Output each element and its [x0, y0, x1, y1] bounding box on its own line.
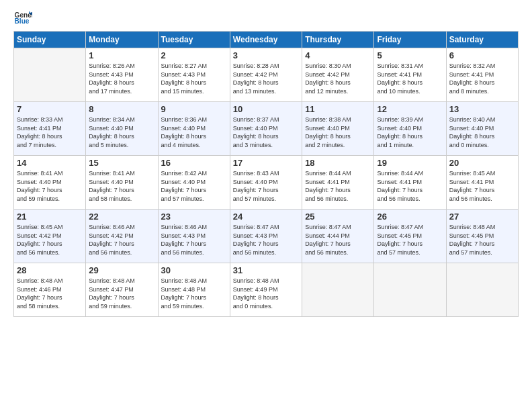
- day-info: Sunrise: 8:47 AMSunset: 4:44 PMDaylight:…: [305, 223, 371, 257]
- calendar-cell: 14Sunrise: 8:41 AMSunset: 4:40 PMDayligh…: [14, 156, 86, 210]
- svg-text:Blue: Blue: [15, 17, 30, 25]
- week-row-5: 28Sunrise: 8:48 AMSunset: 4:46 PMDayligh…: [14, 263, 519, 317]
- calendar-cell: 19Sunrise: 8:44 AMSunset: 4:41 PMDayligh…: [374, 156, 446, 210]
- day-info: Sunrise: 8:39 AMSunset: 4:40 PMDaylight:…: [377, 116, 443, 149]
- calendar-table: SundayMondayTuesdayWednesdayThursdayFrid…: [13, 31, 519, 317]
- day-number: 20: [449, 158, 515, 168]
- calendar-cell: 26Sunrise: 8:47 AMSunset: 4:45 PMDayligh…: [374, 210, 446, 263]
- day-number: 10: [233, 104, 299, 114]
- calendar-cell: 31Sunrise: 8:48 AMSunset: 4:49 PMDayligh…: [230, 263, 302, 317]
- day-of-week-monday: Monday: [86, 32, 158, 48]
- day-number: 16: [161, 158, 227, 168]
- calendar-cell: 13Sunrise: 8:40 AMSunset: 4:40 PMDayligh…: [446, 102, 518, 156]
- day-number: 4: [305, 50, 371, 60]
- day-of-week-tuesday: Tuesday: [158, 32, 230, 48]
- calendar-cell: 10Sunrise: 8:37 AMSunset: 4:40 PMDayligh…: [230, 102, 302, 156]
- day-info: Sunrise: 8:32 AMSunset: 4:41 PMDaylight:…: [449, 62, 515, 95]
- calendar-cell: [14, 48, 86, 102]
- day-info: Sunrise: 8:27 AMSunset: 4:43 PMDaylight:…: [161, 62, 227, 95]
- day-info: Sunrise: 8:31 AMSunset: 4:41 PMDaylight:…: [377, 62, 443, 95]
- day-info: Sunrise: 8:26 AMSunset: 4:43 PMDaylight:…: [89, 62, 154, 95]
- page-header: General Blue: [13, 7, 519, 26]
- day-number: 5: [377, 50, 443, 60]
- day-info: Sunrise: 8:47 AMSunset: 4:43 PMDaylight:…: [233, 223, 299, 257]
- day-info: Sunrise: 8:48 AMSunset: 4:46 PMDaylight:…: [17, 277, 83, 310]
- day-info: Sunrise: 8:41 AMSunset: 4:40 PMDaylight:…: [89, 169, 154, 203]
- calendar-cell: [302, 263, 374, 317]
- day-info: Sunrise: 8:44 AMSunset: 4:41 PMDaylight:…: [305, 169, 371, 203]
- calendar-cell: 25Sunrise: 8:47 AMSunset: 4:44 PMDayligh…: [302, 210, 374, 263]
- calendar-cell: 4Sunrise: 8:30 AMSunset: 4:42 PMDaylight…: [302, 48, 374, 102]
- day-number: 3: [233, 50, 299, 60]
- logo-icon: General Blue: [13, 7, 32, 26]
- day-info: Sunrise: 8:38 AMSunset: 4:40 PMDaylight:…: [305, 116, 371, 149]
- day-info: Sunrise: 8:48 AMSunset: 4:49 PMDaylight:…: [233, 277, 299, 310]
- day-number: 18: [305, 158, 371, 168]
- calendar-cell: 8Sunrise: 8:34 AMSunset: 4:40 PMDaylight…: [86, 102, 158, 156]
- day-number: 7: [17, 104, 83, 114]
- calendar-cell: 1Sunrise: 8:26 AMSunset: 4:43 PMDaylight…: [86, 48, 158, 102]
- calendar-cell: 3Sunrise: 8:28 AMSunset: 4:42 PMDaylight…: [230, 48, 302, 102]
- calendar-cell: 29Sunrise: 8:48 AMSunset: 4:47 PMDayligh…: [86, 263, 158, 317]
- day-info: Sunrise: 8:45 AMSunset: 4:42 PMDaylight:…: [17, 223, 83, 257]
- day-number: 31: [233, 265, 299, 275]
- day-number: 22: [89, 212, 154, 222]
- day-info: Sunrise: 8:43 AMSunset: 4:40 PMDaylight:…: [233, 169, 299, 203]
- day-info: Sunrise: 8:28 AMSunset: 4:42 PMDaylight:…: [233, 62, 299, 95]
- day-number: 30: [161, 265, 227, 275]
- calendar-header-row: SundayMondayTuesdayWednesdayThursdayFrid…: [14, 32, 519, 48]
- day-number: 21: [17, 212, 83, 222]
- day-info: Sunrise: 8:48 AMSunset: 4:45 PMDaylight:…: [449, 223, 515, 257]
- day-info: Sunrise: 8:47 AMSunset: 4:45 PMDaylight:…: [377, 223, 443, 257]
- calendar-cell: 23Sunrise: 8:46 AMSunset: 4:43 PMDayligh…: [158, 210, 230, 263]
- day-number: 23: [161, 212, 227, 222]
- calendar-cell: 11Sunrise: 8:38 AMSunset: 4:40 PMDayligh…: [302, 102, 374, 156]
- calendar-cell: 9Sunrise: 8:36 AMSunset: 4:40 PMDaylight…: [158, 102, 230, 156]
- day-number: 15: [89, 158, 154, 168]
- calendar-cell: 28Sunrise: 8:48 AMSunset: 4:46 PMDayligh…: [14, 263, 86, 317]
- day-info: Sunrise: 8:46 AMSunset: 4:43 PMDaylight:…: [161, 223, 227, 257]
- day-info: Sunrise: 8:42 AMSunset: 4:40 PMDaylight:…: [161, 169, 227, 203]
- day-info: Sunrise: 8:34 AMSunset: 4:40 PMDaylight:…: [89, 116, 154, 149]
- day-number: 1: [89, 50, 154, 60]
- calendar-cell: 7Sunrise: 8:33 AMSunset: 4:41 PMDaylight…: [14, 102, 86, 156]
- week-row-2: 7Sunrise: 8:33 AMSunset: 4:41 PMDaylight…: [14, 102, 519, 156]
- day-info: Sunrise: 8:33 AMSunset: 4:41 PMDaylight:…: [17, 116, 83, 149]
- calendar-cell: 15Sunrise: 8:41 AMSunset: 4:40 PMDayligh…: [86, 156, 158, 210]
- calendar-cell: [446, 263, 518, 317]
- calendar-cell: 30Sunrise: 8:48 AMSunset: 4:48 PMDayligh…: [158, 263, 230, 317]
- week-row-1: 1Sunrise: 8:26 AMSunset: 4:43 PMDaylight…: [14, 48, 519, 102]
- day-number: 29: [89, 265, 154, 275]
- day-of-week-thursday: Thursday: [302, 32, 374, 48]
- calendar-cell: 21Sunrise: 8:45 AMSunset: 4:42 PMDayligh…: [14, 210, 86, 263]
- calendar-cell: 22Sunrise: 8:46 AMSunset: 4:42 PMDayligh…: [86, 210, 158, 263]
- calendar-cell: 27Sunrise: 8:48 AMSunset: 4:45 PMDayligh…: [446, 210, 518, 263]
- calendar-cell: 6Sunrise: 8:32 AMSunset: 4:41 PMDaylight…: [446, 48, 518, 102]
- day-of-week-saturday: Saturday: [446, 32, 518, 48]
- day-number: 26: [377, 212, 443, 222]
- calendar-cell: 20Sunrise: 8:45 AMSunset: 4:41 PMDayligh…: [446, 156, 518, 210]
- day-of-week-sunday: Sunday: [14, 32, 86, 48]
- day-number: 27: [449, 212, 515, 222]
- day-number: 25: [305, 212, 371, 222]
- day-info: Sunrise: 8:37 AMSunset: 4:40 PMDaylight:…: [233, 116, 299, 149]
- day-info: Sunrise: 8:30 AMSunset: 4:42 PMDaylight:…: [305, 62, 371, 95]
- calendar-cell: 24Sunrise: 8:47 AMSunset: 4:43 PMDayligh…: [230, 210, 302, 263]
- week-row-3: 14Sunrise: 8:41 AMSunset: 4:40 PMDayligh…: [14, 156, 519, 210]
- day-number: 12: [377, 104, 443, 114]
- day-number: 13: [449, 104, 515, 114]
- day-number: 14: [17, 158, 83, 168]
- calendar-cell: 2Sunrise: 8:27 AMSunset: 4:43 PMDaylight…: [158, 48, 230, 102]
- calendar-cell: 17Sunrise: 8:43 AMSunset: 4:40 PMDayligh…: [230, 156, 302, 210]
- week-row-4: 21Sunrise: 8:45 AMSunset: 4:42 PMDayligh…: [14, 210, 519, 263]
- logo: General Blue: [13, 7, 28, 26]
- day-info: Sunrise: 8:46 AMSunset: 4:42 PMDaylight:…: [89, 223, 154, 257]
- day-of-week-friday: Friday: [374, 32, 446, 48]
- day-number: 6: [449, 50, 515, 60]
- day-of-week-wednesday: Wednesday: [230, 32, 302, 48]
- calendar-cell: 5Sunrise: 8:31 AMSunset: 4:41 PMDaylight…: [374, 48, 446, 102]
- day-number: 9: [161, 104, 227, 114]
- day-info: Sunrise: 8:44 AMSunset: 4:41 PMDaylight:…: [377, 169, 443, 203]
- calendar-cell: 18Sunrise: 8:44 AMSunset: 4:41 PMDayligh…: [302, 156, 374, 210]
- calendar-cell: 16Sunrise: 8:42 AMSunset: 4:40 PMDayligh…: [158, 156, 230, 210]
